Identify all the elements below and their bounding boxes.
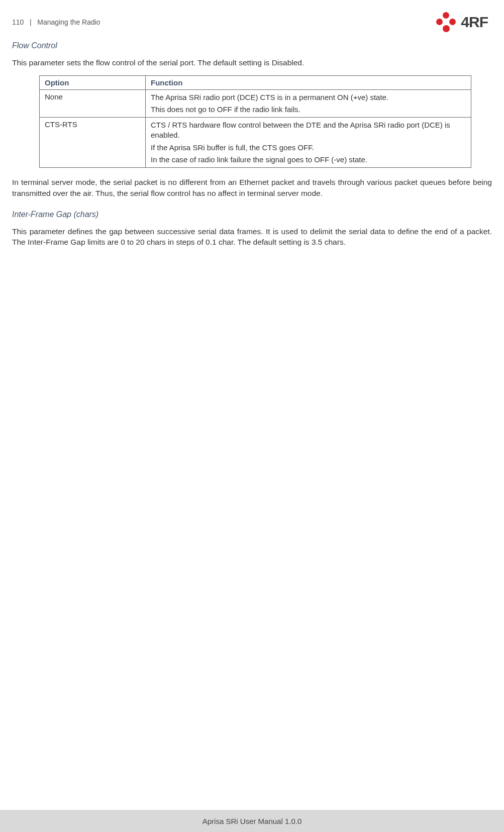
function-line: CTS / RTS hardware flow control between … [151,120,466,141]
function-line: In the case of radio link failure the si… [151,155,466,165]
header-separator: | [26,18,35,26]
page-header: 110 | Managing the Radio 4RF [0,0,504,38]
function-cell: CTS / RTS hardware flow control between … [146,118,471,168]
flow-control-intro: This parameter sets the flow control of … [12,57,492,68]
table-row: None The Aprisa SRi radio port (DCE) CTS… [40,89,471,118]
function-line: This does not go to OFF if the radio lin… [151,105,466,115]
page: 110 | Managing the Radio 4RF Flow Contro… [0,0,504,832]
page-footer: Aprisa SRi User Manual 1.0.0 [0,810,504,832]
brand-text: 4RF [461,14,488,31]
table-header-row: Option Function [40,75,471,89]
content-area: Flow Control This parameter sets the flo… [0,41,504,248]
table-row: CTS-RTS CTS / RTS hardware flow control … [40,118,471,168]
header-section: Managing the Radio [37,18,100,26]
footer-text: Aprisa SRi User Manual 1.0.0 [203,817,302,825]
header-left: 110 | Managing the Radio [12,18,100,26]
function-line: If the Aprisa SRi buffer is full, the CT… [151,143,466,153]
brand-logo: 4RF [436,12,488,32]
function-cell: The Aprisa SRi radio port (DCE) CTS is i… [146,89,471,118]
flow-control-note: In terminal server mode, the serial pack… [12,177,492,198]
flow-control-title: Flow Control [12,41,492,50]
interframe-para: This parameter defines the gap between s… [12,226,492,248]
option-cell: None [40,89,146,118]
interframe-title: Inter-Frame Gap (chars) [12,210,492,219]
flow-control-table: Option Function None The Aprisa SRi radi… [39,75,471,168]
logo-dots-icon [436,12,458,32]
option-cell: CTS-RTS [40,118,146,168]
function-line: The Aprisa SRi radio port (DCE) CTS is i… [151,92,466,102]
page-number: 110 [12,18,24,26]
table-header-option: Option [40,75,146,89]
table-header-function: Function [146,75,471,89]
